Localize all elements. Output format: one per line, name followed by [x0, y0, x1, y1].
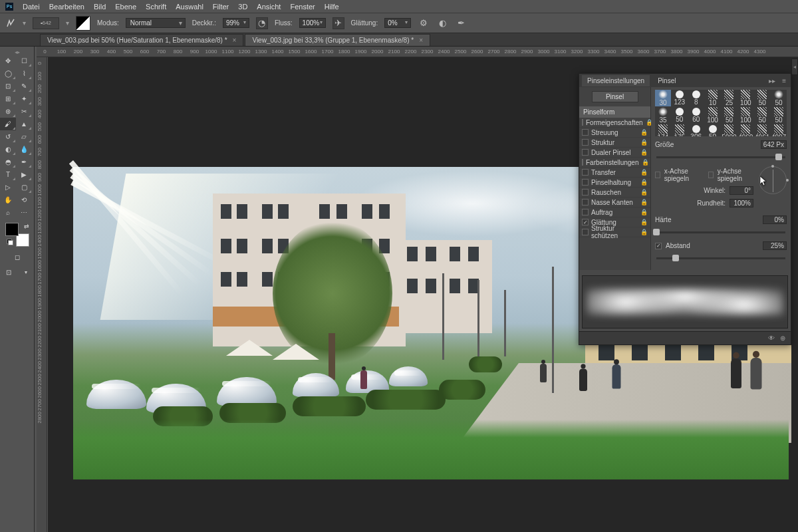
flip-x-checkbox[interactable]: [655, 172, 660, 178]
type-tool[interactable]: T: [0, 168, 16, 181]
brush-option-auftrag[interactable]: Auftrag🔒: [579, 207, 650, 217]
lock-icon[interactable]: 🔒: [640, 189, 648, 196]
tab-pinsel[interactable]: Pinsel: [652, 75, 681, 86]
history-brush-tool[interactable]: ↺: [0, 130, 16, 143]
flow-field[interactable]: 100%: [299, 18, 326, 28]
smoothing-field[interactable]: 0%: [384, 18, 411, 28]
checkbox[interactable]: [582, 179, 589, 186]
menu-ansicht[interactable]: Ansicht: [257, 3, 281, 11]
lock-icon[interactable]: 🔒: [640, 129, 648, 136]
brush-preset-100[interactable]: 100: [737, 107, 753, 124]
symmetry-icon[interactable]: ✒: [455, 17, 467, 29]
menu-ebene[interactable]: Ebene: [115, 3, 136, 11]
angle-field[interactable]: 0°: [730, 186, 753, 195]
brush-preset-25[interactable]: 25: [722, 90, 737, 106]
color-swatch[interactable]: ⇄: [5, 223, 29, 247]
eyedropper-tool[interactable]: ✎: [16, 80, 32, 92]
lasso-tool[interactable]: ⌇: [16, 67, 32, 80]
brush-preset-100[interactable]: 100: [737, 90, 753, 106]
new-brush-icon[interactable]: ⊕: [780, 334, 785, 342]
close-icon[interactable]: ×: [233, 37, 237, 44]
checkbox[interactable]: [582, 199, 589, 205]
close-icon[interactable]: ×: [419, 37, 423, 44]
brush-option-transfer[interactable]: Transfer🔒: [579, 168, 650, 178]
marquee-tool[interactable]: ◯: [0, 67, 16, 80]
checkbox[interactable]: [582, 149, 589, 156]
brush-preset-grid[interactable]: 3012381025100505035506010050100505017417…: [655, 90, 787, 136]
panel-dock-collapse-icon[interactable]: ◂: [791, 59, 798, 75]
lock-icon[interactable]: 🔒: [640, 149, 648, 156]
slice-tool[interactable]: ✂: [16, 105, 32, 118]
checkbox[interactable]: [582, 209, 589, 215]
checkbox[interactable]: [582, 229, 589, 235]
brush-option-farbeinstellungen[interactable]: Farbeinstellungen🔒: [579, 158, 650, 168]
checkbox[interactable]: [582, 159, 583, 166]
brush-preset-35[interactable]: 35: [655, 107, 671, 124]
panel-menu-icon[interactable]: ≡: [780, 77, 788, 84]
pressure-opacity-icon[interactable]: ◔: [256, 17, 268, 29]
pinsel-button[interactable]: Pinsel: [592, 91, 638, 102]
gradient-tool[interactable]: ◐: [0, 143, 16, 156]
doc-tab-1[interactable]: View_003.psd bei 50% (Hue/Saturation 1, …: [40, 34, 243, 46]
menu-3d[interactable]: 3D: [238, 3, 247, 11]
brush-preset-50[interactable]: 50: [754, 90, 770, 106]
screenmode-icon[interactable]: ⊡: [1, 266, 17, 279]
checkbox[interactable]: [582, 139, 589, 146]
artboard-tool[interactable]: ☐: [16, 55, 32, 67]
brush-preset-8[interactable]: 8: [688, 90, 704, 106]
lock-icon[interactable]: 🔒: [642, 159, 649, 166]
section-pinselform[interactable]: Pinselform: [579, 106, 650, 118]
brush-preset-306[interactable]: 306: [688, 124, 704, 136]
brush-preset-123[interactable]: 123: [672, 90, 688, 106]
brush-preset-30[interactable]: 30: [655, 90, 671, 106]
blend-mode-select[interactable]: Normal: [126, 18, 186, 28]
brush-option-pinselhaltung[interactable]: Pinselhaltung🔒: [579, 178, 650, 188]
move-tool[interactable]: ✥: [0, 55, 16, 67]
spacing-slider[interactable]: [656, 254, 785, 263]
brush-option-struktur-schützen[interactable]: Struktur schützen🔒: [579, 227, 650, 237]
brush-preset-4997[interactable]: 4997: [771, 124, 787, 136]
roundness-field[interactable]: 100%: [730, 199, 753, 207]
opacity-field[interactable]: 99%: [223, 18, 249, 28]
airbrush-icon[interactable]: ✈: [332, 17, 344, 29]
pressure-size-icon[interactable]: ◐: [436, 17, 448, 29]
brush-preset-50[interactable]: 50: [771, 90, 787, 106]
stamp-tool[interactable]: ▲: [16, 118, 32, 130]
smoothing-gear-icon[interactable]: ⚙: [418, 17, 430, 29]
brush-preset-50[interactable]: 50: [771, 107, 787, 124]
brush-preset-picker[interactable]: • 642: [33, 17, 59, 29]
size-slider[interactable]: [656, 153, 785, 162]
brush-preset-50[interactable]: 50: [722, 107, 737, 124]
menu-hilfe[interactable]: Hilfe: [325, 3, 339, 11]
checkbox[interactable]: [582, 169, 589, 176]
brush-panel-toggle-icon[interactable]: [76, 16, 90, 31]
tab-pinseleinstellungen[interactable]: Pinseleinstellungen: [582, 75, 650, 86]
brush-preset-10[interactable]: 10: [705, 90, 721, 106]
brush-preset-174[interactable]: 174: [655, 124, 671, 136]
hardness-slider[interactable]: [656, 228, 785, 237]
checkbox[interactable]: [582, 189, 589, 196]
brush-preset-4961[interactable]: 4961: [754, 124, 770, 136]
brush-option-rauschen[interactable]: Rauschen🔒: [579, 188, 650, 198]
default-colors-icon[interactable]: [7, 239, 13, 245]
size-field[interactable]: 642 Px: [761, 140, 787, 149]
menu-fenster[interactable]: Fenster: [290, 3, 315, 11]
brush-preset-100[interactable]: 100: [705, 107, 721, 124]
shape-tool[interactable]: ▢: [16, 181, 32, 194]
lock-icon[interactable]: 🔒: [640, 219, 648, 225]
hardness-field[interactable]: 0%: [763, 215, 787, 224]
menu-auswahl[interactable]: Auswahl: [176, 3, 203, 11]
checkbox[interactable]: [582, 129, 589, 136]
brush-preset-60[interactable]: 60: [688, 107, 704, 124]
menu-datei[interactable]: Datei: [23, 3, 40, 11]
ruler-horizontal[interactable]: 0100200300400500600700800900100011001200…: [37, 47, 798, 57]
lock-icon[interactable]: 🔒: [640, 179, 648, 186]
ruler-vertical[interactable]: 0100200300400500600700800900100011001200…: [37, 57, 47, 532]
brush-preset-4960[interactable]: 4960: [737, 124, 753, 136]
menu-filter[interactable]: Filter: [213, 3, 229, 11]
current-tool-icon[interactable]: [5, 18, 16, 29]
eraser-tool[interactable]: ▱: [16, 130, 32, 143]
swap-colors-icon[interactable]: ⇄: [24, 223, 29, 229]
toggle-live-brush-icon[interactable]: 👁: [768, 334, 775, 342]
screenmode-chevron[interactable]: ▾: [18, 266, 34, 279]
